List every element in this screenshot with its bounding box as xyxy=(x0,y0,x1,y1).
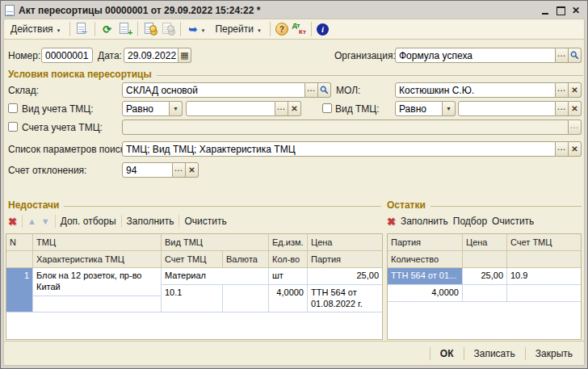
kol-vo-cell[interactable]: 4,0000 xyxy=(269,285,307,312)
move-up-icon[interactable]: ▲ xyxy=(27,217,36,226)
maximize-button[interactable] xyxy=(555,6,566,16)
chevron-down-icon[interactable] xyxy=(443,101,456,116)
titlebar: Акт пересортицы 00000001 от 29.09.2022 1… xyxy=(3,2,585,19)
delete-row-icon[interactable]: ✖ xyxy=(8,216,17,228)
copy-add-icon[interactable]: + xyxy=(118,22,132,36)
calendar-icon[interactable] xyxy=(178,48,191,63)
otkl-field[interactable]: 94 xyxy=(122,162,199,178)
search-section-header: Условия поиска пересортицы xyxy=(8,69,583,80)
ellipsis-icon[interactable] xyxy=(556,141,569,157)
schet-tmc-cell[interactable]: 10.9 xyxy=(507,268,581,284)
delete-row-icon[interactable]: ✖ xyxy=(387,216,396,228)
clear-icon[interactable] xyxy=(569,101,582,116)
app-window: Акт пересортицы 00000001 от 29.09.2022 1… xyxy=(0,0,588,369)
fill-button[interactable]: Заполнить xyxy=(401,216,448,227)
col-schet-tmc[interactable]: Счет ТМЦ xyxy=(507,234,581,251)
kolichestvo-cell[interactable]: 4,0000 xyxy=(388,285,463,301)
partiya-cell[interactable]: ТТН 564 от 01.08.2022 г. xyxy=(308,285,382,312)
number-field[interactable]: 00000001 xyxy=(41,48,93,63)
vid-ucheta-value-field[interactable] xyxy=(186,101,301,116)
params-field[interactable]: ТМЦ; Вид ТМЦ; Характеристика ТМЦ xyxy=(122,141,582,157)
chevron-down-icon[interactable] xyxy=(170,101,183,116)
row-number-cell[interactable]: 1 xyxy=(6,268,33,312)
schet-tmc-cell[interactable]: 10.1 xyxy=(162,285,223,312)
ed-izm-cell[interactable]: шт xyxy=(269,268,307,285)
extra-filters-button[interactable]: Доп. отборы xyxy=(61,216,116,227)
partiya-cell[interactable]: ТТН 564 от 01... xyxy=(388,268,463,284)
clear-icon[interactable] xyxy=(569,141,582,157)
col-n[interactable]: N xyxy=(6,234,33,251)
actions-label: Действия xyxy=(10,23,53,35)
fill-button[interactable]: Заполнить xyxy=(127,216,174,227)
col-characteristic[interactable]: Характеристика ТМЦ xyxy=(33,251,162,268)
cena-cell[interactable]: 25,00 xyxy=(308,268,382,285)
col-vid-tmc[interactable]: Вид ТМЦ xyxy=(162,234,269,251)
section-rule xyxy=(157,75,583,76)
post-document-icon[interactable] xyxy=(143,22,158,36)
scheta-ucheta-field xyxy=(122,120,582,135)
tmc-cell[interactable]: Блок на 12 розеток, пр-во Китай xyxy=(33,268,161,296)
table-row[interactable]: ТТН 564 от 01... 25,00 10.9 xyxy=(388,268,581,285)
valuta-cell[interactable] xyxy=(223,285,268,312)
shortages-section-header: Недостачи xyxy=(8,199,381,211)
actions-menu-button[interactable]: Действия xyxy=(7,22,65,36)
col-cena[interactable]: Цена xyxy=(463,234,507,251)
shortages-toolbar: ✖ ▲ ▼ Доп. отборы Заполнить Очистить xyxy=(8,213,227,229)
dtkt-postings-icon[interactable]: Дт Кт xyxy=(292,22,306,36)
vid-ucheta-checkbox[interactable] xyxy=(8,103,18,113)
clear-icon[interactable] xyxy=(288,101,301,116)
col-kolichestvo[interactable]: Количество xyxy=(388,251,463,268)
vid-tmc-op-dropdown[interactable]: Равно xyxy=(395,101,456,116)
col-partiya[interactable]: Партия xyxy=(388,234,463,251)
col-empty xyxy=(6,251,33,268)
help-icon[interactable]: ? xyxy=(275,23,288,36)
organization-field[interactable]: Формула успеха xyxy=(395,48,582,63)
ellipsis-icon[interactable] xyxy=(556,48,569,63)
ellipsis-icon[interactable] xyxy=(556,82,569,98)
col-schet-tmc[interactable]: Счет ТМЦ xyxy=(162,251,223,268)
col-cena[interactable]: Цена xyxy=(308,234,382,251)
col-partiya[interactable]: Партия xyxy=(308,251,382,268)
clear-button[interactable]: Очистить xyxy=(492,216,534,227)
magnifier-icon[interactable] xyxy=(569,48,582,63)
ok-button[interactable]: ОК xyxy=(437,346,457,361)
refresh-icon[interactable]: ⟳ xyxy=(100,22,115,36)
ellipsis-icon xyxy=(569,120,582,135)
scheta-ucheta-checkbox[interactable] xyxy=(8,122,18,132)
reread-icon[interactable]: ← xyxy=(75,22,90,36)
ellipsis-icon[interactable] xyxy=(173,162,186,178)
sklad-field[interactable]: СКЛАД основой xyxy=(122,82,331,98)
ellipsis-icon[interactable] xyxy=(556,101,569,116)
col-tmc[interactable]: ТМЦ xyxy=(33,234,162,251)
pick-button[interactable]: Подбор xyxy=(453,216,487,227)
output-button[interactable]: ➥ xyxy=(186,22,209,37)
shortages-title: Недостачи xyxy=(8,199,59,211)
date-field[interactable]: 29.09.2022 xyxy=(124,48,191,63)
cena-cell[interactable]: 25,00 xyxy=(463,268,507,284)
clear-button[interactable]: Очистить xyxy=(184,216,226,227)
magnifier-icon[interactable] xyxy=(318,82,331,98)
col-kol-vo[interactable]: Кол-во xyxy=(269,251,308,268)
ellipsis-icon[interactable] xyxy=(275,101,288,116)
col-ed-izm[interactable]: Ед.изм. xyxy=(269,234,308,251)
vid-tmc-cell[interactable]: Материал xyxy=(162,268,268,285)
move-down-icon[interactable]: ▼ xyxy=(41,217,50,226)
clear-icon[interactable] xyxy=(569,82,582,98)
goto-menu-button[interactable]: Перейти xyxy=(212,22,265,36)
col-valuta[interactable]: Валюта xyxy=(223,251,269,268)
close-form-button[interactable]: Закрыть xyxy=(532,346,576,361)
clear-icon[interactable] xyxy=(186,162,199,178)
vid-tmc-checkbox[interactable] xyxy=(322,103,332,113)
mol-field[interactable]: Костюшкин С.Ю. xyxy=(395,82,582,98)
ellipsis-icon[interactable] xyxy=(305,82,318,98)
vid-ucheta-op-dropdown[interactable]: Равно xyxy=(122,101,183,116)
close-button[interactable] xyxy=(570,6,582,16)
table-row[interactable]: 1 Блок на 12 розеток, пр-во Китай Матери… xyxy=(6,268,382,312)
vid-tmc-value-field[interactable] xyxy=(458,101,582,116)
document-icon xyxy=(5,5,15,16)
info-icon[interactable]: i xyxy=(317,23,329,36)
table-row[interactable]: 4,0000 xyxy=(388,285,581,302)
characteristic-cell[interactable] xyxy=(33,296,161,312)
minimize-button[interactable] xyxy=(540,6,551,16)
save-button[interactable]: Записать xyxy=(471,346,519,361)
